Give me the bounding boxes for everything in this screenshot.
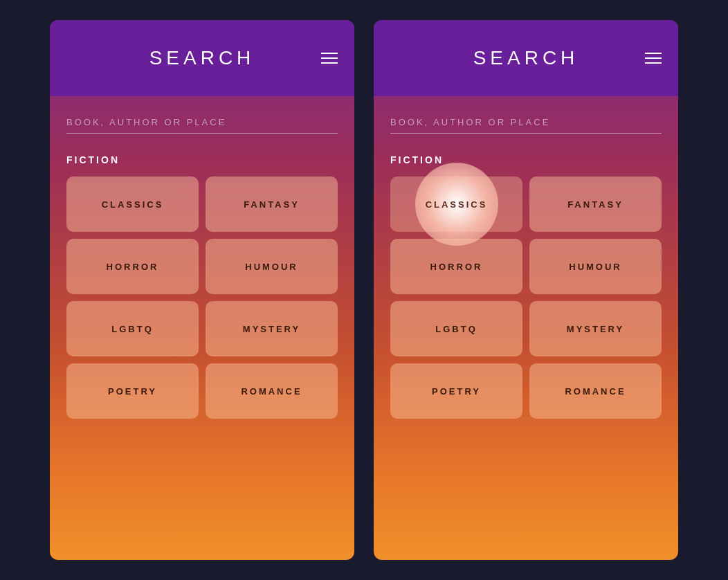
right-genre-fantasy-label: FANTASY	[567, 199, 624, 210]
right-search-input[interactable]	[390, 117, 662, 134]
right-genre-humour-label: HUMOUR	[569, 262, 622, 272]
left-genre-grid: CLASSICS FANTASY HORROR HUMOUR LGBTQ MYS…	[66, 176, 338, 419]
right-genre-mystery-label: MYSTERY	[567, 324, 624, 334]
right-genre-classics-label: CLASSICS	[426, 199, 488, 210]
ripple-effect: CLASSICS	[415, 163, 498, 246]
left-genre-romance-label: ROMANCE	[241, 386, 302, 397]
left-header: SEARCH	[50, 20, 354, 96]
left-genre-poetry[interactable]: POETRY	[66, 363, 199, 419]
left-search-area	[50, 96, 354, 147]
left-genre-humour[interactable]: HUMOUR	[206, 239, 338, 294]
right-genre-poetry[interactable]: POETRY	[390, 363, 522, 419]
left-genre-humour-label: HUMOUR	[245, 262, 298, 272]
left-genre-fantasy-label: FANTASY	[244, 199, 300, 210]
left-genre-horror-label: HORROR	[107, 262, 159, 272]
left-header-title: SEARCH	[149, 47, 255, 69]
left-genre-poetry-label: POETRY	[108, 386, 157, 397]
right-header-title: SEARCH	[473, 47, 579, 69]
left-genre-mystery[interactable]: MYSTERY	[206, 301, 338, 356]
left-section-label: FICTION	[66, 154, 338, 165]
left-content: FICTION CLASSICS FANTASY HORROR HUMOUR L…	[50, 147, 354, 433]
left-hamburger-icon[interactable]	[321, 53, 338, 64]
left-genre-lgbtq-label: LGBTQ	[111, 324, 154, 334]
right-genre-lgbtq-label: LGBTQ	[435, 324, 477, 334]
left-genre-lgbtq[interactable]: LGBTQ	[66, 301, 199, 356]
left-genre-fantasy[interactable]: FANTASY	[206, 176, 338, 232]
right-genre-mystery[interactable]: MYSTERY	[529, 301, 662, 356]
right-phone-frame: SEARCH FICTION CLASSICS FANTASY HORROR H…	[374, 20, 678, 560]
right-genre-fantasy[interactable]: FANTASY	[529, 176, 662, 232]
left-phone-frame: SEARCH FICTION CLASSICS FANTASY HORROR H…	[50, 20, 354, 560]
right-genre-horror[interactable]: HORROR	[390, 239, 522, 294]
left-search-input[interactable]	[66, 117, 338, 134]
right-hamburger-icon[interactable]	[645, 53, 662, 64]
right-genre-classics[interactable]: CLASSICS	[390, 176, 522, 232]
right-genre-lgbtq[interactable]: LGBTQ	[390, 301, 522, 356]
left-genre-classics-label: CLASSICS	[102, 199, 164, 210]
left-genre-mystery-label: MYSTERY	[243, 324, 300, 334]
right-genre-romance-label: ROMANCE	[565, 386, 626, 397]
right-section-label: FICTION	[390, 154, 662, 165]
right-content: FICTION CLASSICS FANTASY HORROR HUMOUR L…	[374, 147, 678, 433]
right-search-area	[374, 96, 678, 147]
right-genre-horror-label: HORROR	[430, 262, 483, 272]
right-genre-humour[interactable]: HUMOUR	[529, 239, 662, 294]
left-genre-classics[interactable]: CLASSICS	[66, 176, 199, 232]
right-genre-grid: CLASSICS FANTASY HORROR HUMOUR LGBTQ MYS…	[390, 176, 662, 419]
right-genre-romance[interactable]: ROMANCE	[529, 363, 662, 419]
left-genre-romance[interactable]: ROMANCE	[206, 363, 338, 419]
right-header: SEARCH	[374, 20, 678, 96]
left-genre-horror[interactable]: HORROR	[66, 239, 199, 294]
right-genre-poetry-label: POETRY	[432, 386, 481, 397]
